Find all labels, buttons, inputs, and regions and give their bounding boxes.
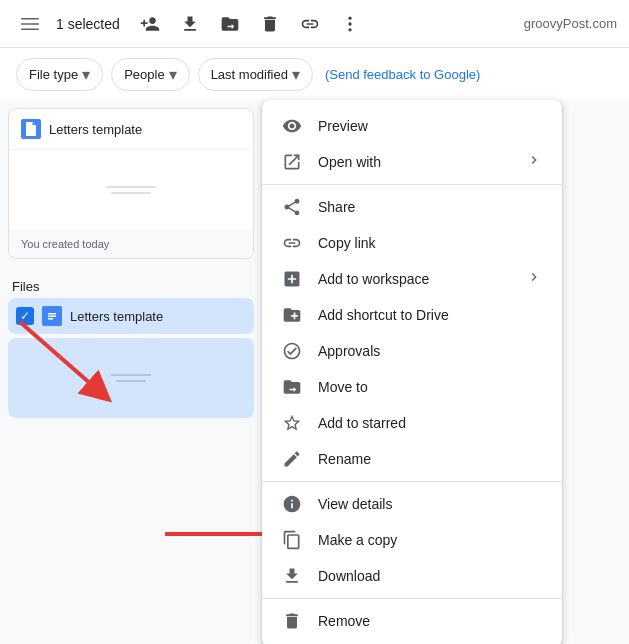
rename-icon (282, 449, 302, 469)
svg-point-3 (348, 16, 351, 19)
menu-item-add-workspace[interactable]: Add to workspace (262, 261, 562, 297)
copy-link-icon (282, 233, 302, 253)
add-workspace-icon (282, 269, 302, 289)
menu-label-open-with: Open with (318, 154, 510, 170)
menu-item-make-copy[interactable]: Make a copy (262, 522, 562, 558)
svg-rect-12 (48, 318, 53, 320)
files-section-label: Files (8, 271, 254, 298)
context-menu: PreviewOpen withShareCopy linkAdd to wor… (262, 100, 562, 644)
approvals-icon (282, 341, 302, 361)
toolbar: 1 selected groovyPost.com (0, 0, 629, 48)
suggestion-footer: You created today (9, 230, 253, 258)
svg-rect-8 (27, 131, 32, 132)
filter-bar: File type ▾ People ▾ Last modified ▾ (Se… (0, 48, 629, 100)
checkmark-icon: ✓ (20, 310, 30, 322)
suggestion-card-header: Letters template (9, 109, 253, 150)
file-type-filter[interactable]: File type ▾ (16, 58, 103, 91)
chevron-right-icon (526, 152, 542, 172)
suggestion-card[interactable]: Letters template You created today (8, 108, 254, 259)
menu-label-view-details: View details (318, 496, 542, 512)
last-modified-label: Last modified (211, 67, 288, 82)
remove-icon (282, 611, 302, 631)
svg-rect-7 (27, 129, 35, 130)
move-to-folder-button[interactable] (212, 6, 248, 42)
left-panel: Letters template You created today Files… (0, 100, 262, 644)
svg-rect-11 (48, 316, 56, 318)
feedback-link[interactable]: (Send feedback to Google) (325, 67, 480, 82)
download-button[interactable] (172, 6, 208, 42)
add-person-button[interactable] (132, 6, 168, 42)
menu-item-move-to[interactable]: Move to (262, 369, 562, 405)
menu-item-rename[interactable]: Rename (262, 441, 562, 477)
menu-divider-divider3 (262, 598, 562, 599)
menu-button[interactable] (12, 6, 48, 42)
delete-button[interactable] (252, 6, 288, 42)
menu-label-make-copy: Make a copy (318, 532, 542, 548)
move-to-icon (282, 377, 302, 397)
svg-point-4 (348, 22, 351, 25)
doc-icon (21, 119, 41, 139)
menu-label-add-shortcut: Add shortcut to Drive (318, 307, 542, 323)
file-row-title: Letters template (70, 309, 163, 324)
menu-label-approvals: Approvals (318, 343, 542, 359)
menu-item-download[interactable]: Download (262, 558, 562, 594)
menu-item-preview[interactable]: Preview (262, 108, 562, 144)
menu-label-share: Share (318, 199, 542, 215)
menu-divider-divider2 (262, 481, 562, 482)
view-details-icon (282, 494, 302, 514)
brand-label: groovyPost.com (524, 16, 617, 31)
add-shortcut-icon (282, 305, 302, 325)
menu-label-add-starred: Add to starred (318, 415, 542, 431)
menu-label-add-workspace: Add to workspace (318, 271, 510, 287)
svg-point-5 (348, 28, 351, 31)
suggestion-title: Letters template (49, 122, 142, 137)
menu-item-share[interactable]: Share (262, 189, 562, 225)
people-filter[interactable]: People ▾ (111, 58, 189, 91)
main-content: Letters template You created today Files… (0, 100, 629, 644)
menu-item-remove[interactable]: Remove (262, 603, 562, 639)
download-icon (282, 566, 302, 586)
menu-label-copy-link: Copy link (318, 235, 542, 251)
add-starred-icon (282, 413, 302, 433)
people-label: People (124, 67, 164, 82)
menu-label-preview: Preview (318, 118, 542, 134)
menu-item-copy-link[interactable]: Copy link (262, 225, 562, 261)
open-with-icon (282, 152, 302, 172)
preview-icon (282, 116, 302, 136)
chevron-down-icon: ▾ (292, 65, 300, 84)
svg-rect-2 (21, 28, 39, 30)
chevron-down-icon: ▾ (82, 65, 90, 84)
file-type-label: File type (29, 67, 78, 82)
file-card-preview[interactable] (8, 338, 254, 418)
suggestion-preview (9, 150, 253, 230)
menu-divider-divider1 (262, 184, 562, 185)
make-copy-icon (282, 530, 302, 550)
share-icon (282, 197, 302, 217)
menu-item-view-details[interactable]: View details (262, 486, 562, 522)
menu-item-open-with[interactable]: Open with (262, 144, 562, 180)
more-options-button[interactable] (332, 6, 368, 42)
copy-link-button[interactable] (292, 6, 328, 42)
svg-rect-10 (48, 313, 56, 315)
svg-rect-0 (21, 18, 39, 20)
menu-item-approvals[interactable]: Approvals (262, 333, 562, 369)
file-checkbox[interactable]: ✓ (16, 307, 34, 325)
svg-rect-6 (27, 127, 35, 128)
menu-label-remove: Remove (318, 613, 542, 629)
chevron-right-icon (526, 269, 542, 289)
menu-label-move-to: Move to (318, 379, 542, 395)
menu-label-rename: Rename (318, 451, 542, 467)
menu-item-add-shortcut[interactable]: Add shortcut to Drive (262, 297, 562, 333)
last-modified-filter[interactable]: Last modified ▾ (198, 58, 313, 91)
menu-label-download: Download (318, 568, 542, 584)
selected-label: 1 selected (56, 16, 120, 32)
svg-rect-1 (21, 23, 39, 25)
file-row-selected[interactable]: ✓ Letters template (8, 298, 254, 334)
file-doc-icon (42, 306, 62, 326)
menu-item-add-starred[interactable]: Add to starred (262, 405, 562, 441)
chevron-down-icon: ▾ (169, 65, 177, 84)
